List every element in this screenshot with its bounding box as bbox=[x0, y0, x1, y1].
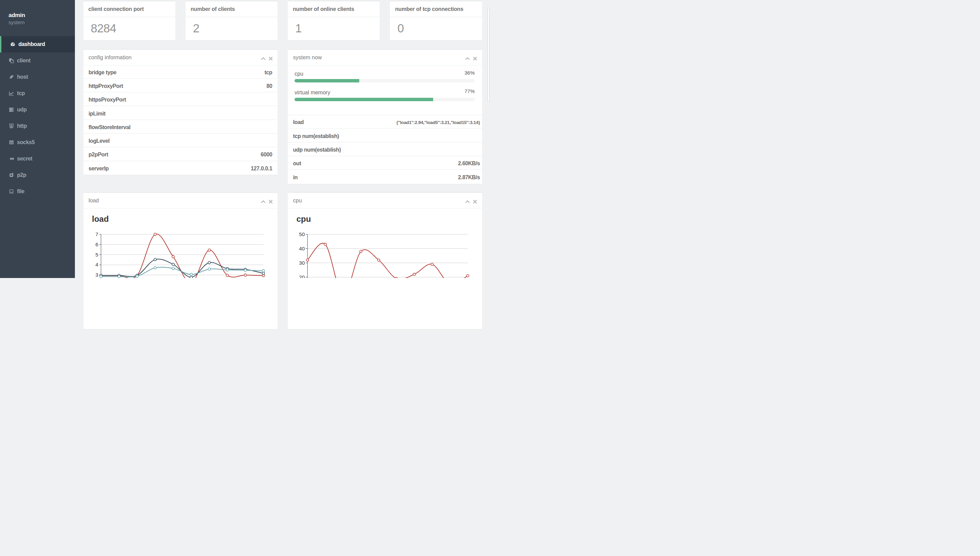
svg-text:4: 4 bbox=[95, 262, 98, 267]
svg-text:40: 40 bbox=[299, 245, 305, 251]
svg-text:5: 5 bbox=[95, 251, 98, 257]
svg-text:6: 6 bbox=[95, 241, 98, 247]
svg-text:20: 20 bbox=[299, 274, 305, 278]
svg-text:30: 30 bbox=[299, 260, 305, 265]
svg-text:7: 7 bbox=[95, 231, 98, 237]
svg-text:50: 50 bbox=[299, 231, 305, 237]
svg-text:3: 3 bbox=[95, 272, 98, 278]
